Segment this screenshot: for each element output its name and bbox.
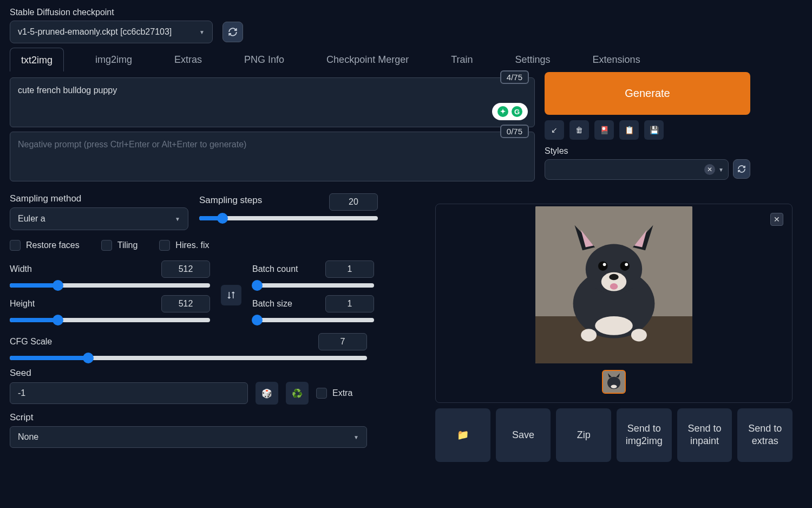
checkpoint-value: v1-5-pruned-emaonly.ckpt [cc6cb27103] (18, 27, 172, 37)
seed-extra-label: Extra (332, 388, 352, 398)
height-value[interactable]: 512 (161, 295, 210, 312)
send-to-inpaint-button[interactable]: Send to inpaint (677, 408, 732, 462)
send-to-extras-button[interactable]: Send to extras (737, 408, 793, 462)
svg-point-5 (620, 262, 630, 271)
styles-select[interactable]: ✕ ▼ (545, 159, 729, 180)
tab-extensions[interactable]: Extensions (582, 48, 651, 71)
dice-icon: 🎲 (261, 388, 272, 399)
tab-extras[interactable]: Extras (163, 48, 213, 71)
thumbnail-content (603, 371, 625, 393)
cfg-slider[interactable] (10, 356, 367, 360)
sampling-steps-value[interactable]: 20 (329, 193, 378, 211)
prompt-text: cute french bulldog puppy (18, 86, 117, 95)
tab-img2img[interactable]: img2img (84, 48, 143, 71)
refresh-icon (228, 27, 238, 37)
height-slider[interactable] (10, 318, 210, 322)
batch-size-slider[interactable] (252, 318, 374, 322)
width-slider[interactable] (10, 283, 210, 288)
apply-style-button[interactable] (733, 159, 750, 179)
read-params-button[interactable]: ↙ (545, 120, 564, 140)
tab-pnginfo[interactable]: PNG Info (233, 48, 295, 71)
height-label: Height (10, 299, 35, 309)
batch-size-value[interactable]: 1 (325, 295, 374, 312)
tab-checkpoint-merger[interactable]: Checkpoint Merger (316, 48, 420, 71)
svg-point-10 (610, 283, 618, 290)
styles-label: Styles (545, 146, 750, 156)
seed-recycle-button[interactable]: ♻️ (286, 382, 309, 405)
output-image[interactable] (535, 206, 692, 363)
sampling-method-label: Sampling method (10, 193, 188, 204)
neg-prompt-placeholder: Negative prompt (press Ctrl+Enter or Alt… (18, 140, 246, 149)
restore-faces-checkbox[interactable]: Restore faces (10, 240, 80, 251)
width-label: Width (10, 264, 32, 274)
svg-point-11 (595, 316, 633, 335)
svg-point-13 (631, 329, 647, 341)
batch-count-value[interactable]: 1 (325, 260, 374, 278)
tab-settings[interactable]: Settings (505, 48, 561, 71)
save-button[interactable]: Save (496, 408, 551, 462)
sampling-method-select[interactable]: Euler a ▼ (10, 207, 188, 230)
zip-button[interactable]: Zip (556, 408, 611, 462)
chevron-down-icon: ▼ (718, 167, 724, 173)
swap-dimensions-button[interactable] (221, 285, 241, 305)
batch-count-slider[interactable] (252, 283, 374, 288)
hires-fix-label: Hires. fix (175, 240, 209, 250)
clear-styles-icon[interactable]: ✕ (704, 164, 715, 175)
card-icon: 🎴 (600, 126, 609, 134)
output-thumbnail[interactable] (602, 370, 626, 394)
open-folder-button[interactable]: 📁 (435, 408, 490, 462)
sampling-method-value: Euler a (18, 214, 45, 224)
svg-point-9 (609, 274, 618, 281)
seed-input[interactable]: -1 (10, 382, 248, 404)
negative-prompt-input[interactable]: 0/75 Negative prompt (press Ctrl+Enter o… (10, 132, 535, 181)
chevron-down-icon: ▼ (353, 434, 359, 440)
clear-prompt-button[interactable]: 🗑 (569, 120, 589, 140)
svg-point-4 (598, 262, 607, 271)
prompt-input[interactable]: 4/75 cute french bulldog puppy ✦ G (10, 77, 535, 127)
paste-button[interactable]: 📋 (619, 120, 639, 140)
chevron-down-icon: ▼ (199, 29, 205, 35)
sampling-steps-label: Sampling steps (199, 195, 262, 206)
width-value[interactable]: 512 (161, 260, 210, 278)
save-icon: 💾 (650, 126, 659, 134)
refresh-icon (737, 165, 746, 173)
plus-icon: ✦ (497, 106, 508, 117)
send-to-img2img-button[interactable]: Send to img2img (617, 408, 672, 462)
folder-icon: 📁 (457, 429, 469, 441)
seed-label: Seed (10, 368, 367, 379)
extra-networks-button[interactable]: 🎴 (594, 120, 614, 140)
save-style-button[interactable]: 💾 (644, 120, 664, 140)
tiling-checkbox[interactable]: Tiling (101, 240, 138, 251)
svg-point-16 (611, 385, 617, 388)
output-gallery: ✕ (435, 204, 793, 403)
grammar-badge[interactable]: ✦ G (492, 103, 528, 120)
g-icon: G (512, 106, 522, 117)
swap-icon (226, 290, 236, 300)
neg-prompt-token-counter: 0/75 (500, 125, 529, 138)
svg-point-7 (625, 263, 628, 266)
close-output-button[interactable]: ✕ (770, 213, 783, 226)
generate-button[interactable]: Generate (545, 72, 750, 115)
tab-txt2img[interactable]: txt2img (10, 48, 64, 71)
main-tabs: txt2img img2img Extras PNG Info Checkpoi… (0, 48, 812, 72)
svg-point-6 (603, 263, 606, 266)
sampling-steps-slider[interactable] (199, 216, 378, 220)
prompt-token-counter: 4/75 (500, 70, 529, 84)
generated-image-content (535, 206, 692, 363)
cfg-value[interactable]: 7 (318, 333, 367, 350)
batch-count-label: Batch count (252, 264, 298, 274)
script-select[interactable]: None ▼ (10, 426, 367, 448)
cfg-label: CFG Scale (10, 337, 52, 347)
tab-train[interactable]: Train (440, 48, 483, 71)
hires-fix-checkbox[interactable]: Hires. fix (159, 240, 209, 251)
refresh-checkpoint-button[interactable] (222, 22, 243, 42)
arrow-down-left-icon: ↙ (551, 126, 558, 134)
restore-faces-label: Restore faces (26, 240, 80, 250)
trash-icon: 🗑 (575, 126, 583, 134)
clipboard-icon: 📋 (625, 126, 634, 134)
seed-random-button[interactable]: 🎲 (256, 382, 278, 405)
script-value: None (18, 432, 38, 442)
seed-extra-checkbox[interactable]: Extra (316, 388, 352, 399)
checkpoint-select[interactable]: v1-5-pruned-emaonly.ckpt [cc6cb27103] ▼ (10, 21, 213, 43)
svg-point-12 (581, 329, 597, 341)
